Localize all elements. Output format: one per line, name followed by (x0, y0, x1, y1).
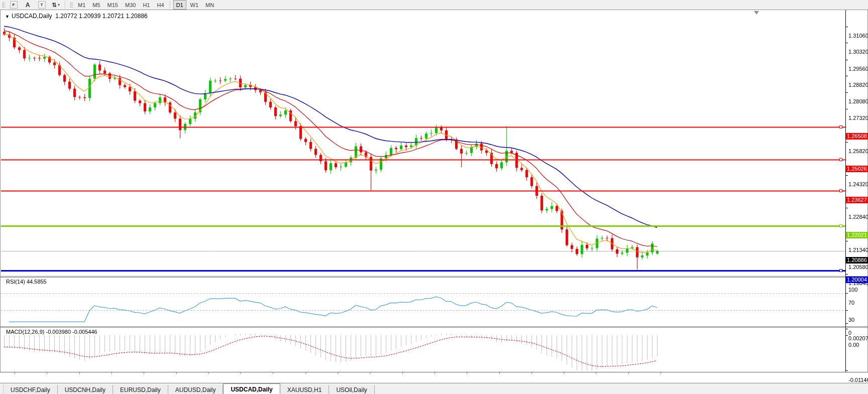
timeframe-button-h4[interactable]: H4 (154, 0, 167, 10)
toolbar-grip (69, 2, 73, 9)
timeframe-button-m30[interactable]: M30 (122, 0, 139, 10)
timeframe-button-h1[interactable]: H1 (140, 0, 153, 10)
tab-xauusd[interactable]: XAUUSD,H1 (280, 385, 330, 394)
text-button[interactable]: A (21, 1, 35, 9)
arrows-button[interactable]: ⇅▾ (49, 1, 63, 9)
timeframe-button-w1[interactable]: W1 (187, 0, 202, 10)
tab-usdcad[interactable]: USDCAD,Daily (223, 383, 280, 394)
tab-usoil[interactable]: USOil,Daily (329, 385, 374, 394)
timeframe-button-d1[interactable]: D1 (173, 0, 186, 10)
arrows-icon: ⇅ (52, 2, 57, 9)
timeframe-button-m5[interactable]: M5 (89, 0, 103, 10)
tab-eurusd[interactable]: EURUSD,Daily (113, 385, 168, 394)
toolbar-grip (2, 2, 5, 9)
dropdown-caret-icon[interactable]: ▾ (58, 3, 60, 7)
tabbar-edge (0, 384, 4, 394)
chart-canvas[interactable] (0, 10, 868, 383)
chart-tab-bar: USDCHF,DailyUSDCNH,DailyEURUSD,DailyAUDU… (0, 383, 868, 394)
timeframe-button-mn[interactable]: MN (202, 0, 217, 10)
chart-window: ▼USDCAD,Daily 1.20772 1.20939 1.20721 1.… (0, 10, 868, 383)
toolbar-separator (65, 1, 66, 9)
fibonacci-button[interactable]: F (7, 1, 21, 9)
timeframe-button-m1[interactable]: M1 (75, 0, 88, 10)
fibonacci-icon: F (10, 1, 18, 9)
tab-audusd[interactable]: AUDUSD,Daily (168, 385, 224, 394)
tab-usdcnh[interactable]: USDCNH,Daily (58, 385, 113, 394)
tab-usdchf[interactable]: USDCHF,Daily (4, 385, 58, 394)
text-icon: A (26, 2, 30, 9)
label-icon: T (38, 1, 46, 9)
toolbar-separator (170, 1, 171, 9)
top-toolbar: FAT⇅▾ M1M5M15M30H1H4D1W1MN (0, 0, 868, 10)
label-button[interactable]: T (35, 1, 49, 9)
timeframe-button-m15[interactable]: M15 (104, 0, 121, 10)
